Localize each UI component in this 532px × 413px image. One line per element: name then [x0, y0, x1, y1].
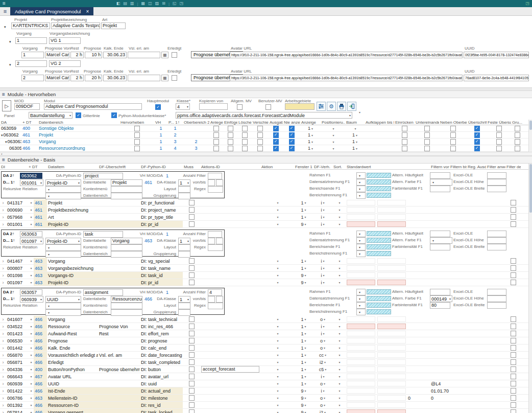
di-dropdown[interactable]: [29, 382, 32, 385]
rekursive-relation-dropdown[interactable]: [45, 186, 81, 193]
hauptmodul-checkbox[interactable]: [155, 104, 161, 110]
expand-icon[interactable]: [3, 381, 4, 386]
expand-icon[interactable]: [3, 208, 4, 213]
modul-field[interactable]: Adaptive Card Prognosemodul: [44, 103, 142, 110]
vsl-erl-am-field[interactable]: [128, 75, 160, 81]
expand-icon[interactable]: [3, 273, 4, 278]
basis-row[interactable]: 060939466UUIDDI: uuid1o@L4: [0, 380, 532, 387]
column-header[interactable]: Einrücken: [394, 120, 415, 125]
expand-icon[interactable]: [3, 280, 4, 285]
link-icon[interactable]: ◳: [180, 2, 184, 6]
aktion-dropdown[interactable]: [275, 325, 279, 328]
project-name-field[interactable]: Adaptive Cards Testprojekt: [51, 22, 100, 29]
standardwert-box[interactable]: [377, 272, 406, 278]
muss-checkbox[interactable]: [189, 200, 195, 205]
view-columns-icon[interactable]: ▥: [130, 2, 134, 6]
tab-menu-icon[interactable]: [0, 7, 10, 15]
standardwert-box[interactable]: [347, 359, 375, 365]
ausgabe-checkbox[interactable]: [273, 139, 279, 145]
excel-ole-field[interactable]: [487, 289, 506, 295]
muss-checkbox[interactable]: [189, 214, 195, 220]
da-python-id-field[interactable]: project: [83, 173, 123, 179]
standardwert-box[interactable]: [377, 409, 406, 413]
arbeitsgebiete-field[interactable]: [285, 103, 315, 110]
regex-field[interactable]: [208, 244, 223, 251]
python-unterklasse-checkbox[interactable]: [111, 112, 117, 118]
muss-checkbox[interactable]: [189, 316, 195, 322]
expand-icon[interactable]: [3, 410, 4, 413]
sort-dropdown[interactable]: [337, 339, 341, 342]
section-menu-icon[interactable]: [2, 157, 5, 163]
filter-deaktivieren-checkbox[interactable]: [511, 366, 516, 372]
scroll-left-icon[interactable]: [1, 152, 3, 156]
sort-dropdown[interactable]: [337, 273, 341, 277]
datenbereich-link[interactable]: Vorgang: [38, 139, 119, 145]
datentabelle-field[interactable]: Vorgang: [111, 238, 142, 244]
da-klasse-dropdown[interactable]: 1: [178, 179, 190, 186]
expand-icon[interactable]: [3, 266, 4, 271]
kontextmenu-field[interactable]: [111, 186, 142, 193]
aktion-dropdown[interactable]: [275, 368, 279, 371]
standardwert-box[interactable]: [377, 316, 406, 322]
view-grid-icon[interactable]: ◧: [116, 2, 120, 6]
einfuegen-checkbox[interactable]: [228, 146, 233, 151]
muss-checkbox[interactable]: [189, 381, 195, 386]
basis-section-header[interactable]: Datenbereiche - Basis: [0, 156, 532, 164]
section-menu-icon[interactable]: [2, 91, 5, 97]
nie-anzeigen-checkbox[interactable]: [289, 146, 295, 151]
expand-icon[interactable]: [3, 222, 4, 227]
farbe-pattern-field[interactable]: [367, 309, 391, 314]
filter-deaktivieren-checkbox[interactable]: [511, 214, 516, 220]
relation-dropdown[interactable]: [45, 193, 81, 199]
df-verhalten-dropdown[interactable]: cc: [319, 353, 327, 358]
di-dropdown[interactable]: [29, 273, 32, 277]
von-field[interactable]: [208, 238, 215, 244]
einfuegen-checkbox[interactable]: [228, 139, 233, 145]
di-dropdown[interactable]: [29, 215, 32, 219]
di-dropdown[interactable]: [29, 368, 32, 371]
aktion-dropdown[interactable]: [275, 396, 279, 400]
project-id-field[interactable]: KARTENTRICKS: [11, 22, 50, 29]
datenbereich-field[interactable]: [111, 193, 142, 199]
da-klasse-dropdown[interactable]: 1: [178, 296, 190, 303]
expand-icon[interactable]: [3, 388, 4, 394]
filter-deaktivieren-checkbox[interactable]: [511, 409, 516, 413]
allgem-mv-checkbox[interactable]: [237, 104, 243, 110]
gruppierung-checkbox[interactable]: [515, 126, 520, 131]
excel-ole-breite-field[interactable]: [487, 302, 506, 309]
df-verhalten-dropdown[interactable]: o: [320, 338, 326, 343]
di-dropdown[interactable]: [29, 317, 32, 321]
anlegen-checkbox[interactable]: [213, 126, 219, 131]
basis-row[interactable]: 041467463VorgangDI: vg_special1i: [0, 258, 532, 265]
loeschen-checkbox[interactable]: [242, 146, 248, 151]
excel-ole-hoehe-field[interactable]: [487, 237, 506, 244]
hervorheben-checkbox[interactable]: [134, 126, 140, 131]
fenster-dropdown[interactable]: 1: [300, 259, 306, 264]
aktion-dropdown[interactable]: [275, 201, 279, 204]
farbintensitaet-field[interactable]: [430, 186, 450, 192]
uuid-field[interactable]: 76ad8107-6e9e-2c4a-b548-4419f84105e1: [464, 75, 529, 81]
filter-deaktivieren-checkbox[interactable]: [511, 352, 516, 358]
aktion-dropdown[interactable]: [275, 389, 279, 393]
column-header[interactable]: Baum: [345, 120, 365, 125]
di-dropdown[interactable]: [29, 222, 32, 226]
standardwert-box[interactable]: [347, 402, 375, 408]
anzahl-filter-field[interactable]: [208, 231, 222, 238]
aktion-dropdown[interactable]: [275, 403, 279, 407]
farbe-pattern-field[interactable]: [367, 231, 391, 236]
datenbereich-field[interactable]: [111, 309, 142, 316]
positionierung-dropdown[interactable]: [331, 133, 334, 137]
di-dropdown[interactable]: [29, 208, 32, 212]
rekursive-relation-dropdown[interactable]: [45, 244, 81, 251]
standardwert-box[interactable]: [377, 324, 406, 329]
ueberschrift-checkbox[interactable]: [474, 146, 480, 151]
untereinander-checkbox[interactable]: [424, 126, 430, 131]
aktion-dropdown[interactable]: [275, 215, 279, 219]
column-header[interactable]: Filtern bis: [449, 165, 467, 169]
column-header[interactable]: Filter anwenden auf: [486, 165, 505, 169]
datenbereich-field[interactable]: [111, 251, 142, 258]
di-dropdown[interactable]: [29, 266, 32, 270]
fenster-dropdown[interactable]: 9: [300, 273, 306, 278]
gitterlinie-checkbox[interactable]: [76, 112, 81, 118]
standardwert-box[interactable]: [347, 200, 375, 205]
